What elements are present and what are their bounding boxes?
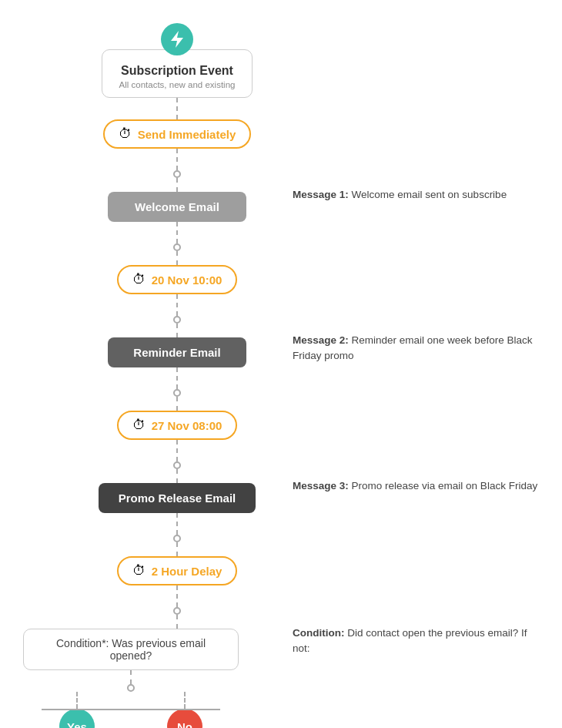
connector-6 bbox=[176, 294, 178, 316]
yes-circle: Yes bbox=[59, 709, 95, 728]
dot-1 bbox=[173, 170, 181, 178]
reminder-email-block: Reminder Email bbox=[108, 337, 246, 367]
connector-1 bbox=[176, 98, 178, 119]
branch-horizontal-line bbox=[42, 709, 220, 710]
msg3-label: Message 3: bbox=[293, 480, 349, 491]
timer-icon-1: ⏱ bbox=[119, 126, 132, 142]
timer-20nov-pill[interactable]: ⏱ 20 Nov 10:00 bbox=[117, 265, 238, 294]
connector-12 bbox=[176, 513, 178, 535]
dot-6 bbox=[173, 535, 181, 542]
yes-label: Yes bbox=[67, 720, 87, 729]
connector-8 bbox=[176, 367, 178, 389]
msg1-desc: Welcome email sent on subscribe bbox=[349, 189, 507, 200]
connector-10 bbox=[176, 440, 178, 461]
connector-9 bbox=[176, 397, 178, 411]
message-3-annotation: Message 3: Promo release via email on Bl… bbox=[293, 478, 537, 494]
dot-4 bbox=[173, 389, 181, 397]
send-immediately-text: Send Immediately bbox=[138, 128, 236, 141]
msg2-label: Message 2: bbox=[293, 334, 349, 346]
connector-16 bbox=[130, 670, 132, 684]
message-1-annotation: Message 1: Welcome email sent on subscri… bbox=[293, 187, 507, 203]
welcome-email-block: Welcome Email bbox=[108, 192, 246, 222]
timer-icon-2: ⏱ bbox=[132, 272, 146, 287]
dot-5 bbox=[173, 461, 181, 469]
connector-7 bbox=[176, 324, 178, 337]
connector-5 bbox=[176, 251, 178, 265]
no-connector-1 bbox=[184, 692, 186, 709]
timer-2hr-text: 2 Hour Delay bbox=[152, 565, 222, 578]
timer-27nov-text: 27 Nov 08:00 bbox=[152, 419, 222, 432]
subscription-event-title: Subscription Event bbox=[119, 64, 236, 78]
connector-11 bbox=[176, 469, 178, 483]
reminder-email-label: Reminder Email bbox=[133, 346, 220, 359]
timer-27nov-pill[interactable]: ⏱ 27 Nov 08:00 bbox=[117, 411, 238, 440]
send-immediately-pill[interactable]: ⏱ Send Immediately bbox=[103, 119, 252, 149]
no-circle: No bbox=[167, 709, 202, 728]
msg3-desc: Promo release via email on Black Friday bbox=[349, 480, 537, 491]
condition-box: Condition*: Was previous email opened? bbox=[23, 629, 239, 670]
dot-8 bbox=[127, 684, 135, 692]
condition-text: Condition*: Was previous email opened? bbox=[56, 637, 206, 662]
connector-2 bbox=[176, 149, 178, 170]
connector-3 bbox=[176, 178, 178, 192]
subscription-event-icon bbox=[161, 23, 193, 55]
svg-marker-0 bbox=[171, 31, 183, 48]
timer-2hr-pill[interactable]: ⏱ 2 Hour Delay bbox=[117, 556, 238, 585]
timer-20nov-text: 20 Nov 10:00 bbox=[152, 273, 222, 287]
dot-3 bbox=[173, 316, 181, 324]
promo-email-label: Promo Release Email bbox=[119, 491, 236, 505]
promo-email-block: Promo Release Email bbox=[99, 483, 256, 513]
condition-label: Condition: bbox=[293, 627, 344, 639]
connector-15 bbox=[176, 615, 178, 629]
yes-connector-1 bbox=[76, 692, 78, 709]
welcome-email-label: Welcome Email bbox=[135, 200, 219, 213]
connector-14 bbox=[176, 585, 178, 607]
subscription-event-subtitle: All contacts, new and existing bbox=[119, 80, 236, 89]
message-2-annotation: Message 2: Reminder email one week befor… bbox=[293, 333, 539, 364]
condition-annotation: Condition: Did contact open the previous… bbox=[293, 626, 539, 657]
no-label: No bbox=[177, 720, 192, 729]
dot-7 bbox=[173, 607, 181, 615]
timer-icon-3: ⏱ bbox=[132, 418, 146, 433]
timer-icon-4: ⏱ bbox=[132, 563, 146, 579]
flow-container: Subscription Event All contacts, new and… bbox=[0, 0, 562, 728]
msg1-label: Message 1: bbox=[293, 189, 349, 200]
connector-13 bbox=[176, 542, 178, 556]
subscription-event-box: Subscription Event All contacts, new and… bbox=[102, 49, 253, 98]
connector-4 bbox=[176, 222, 178, 243]
dot-2 bbox=[173, 243, 181, 251]
